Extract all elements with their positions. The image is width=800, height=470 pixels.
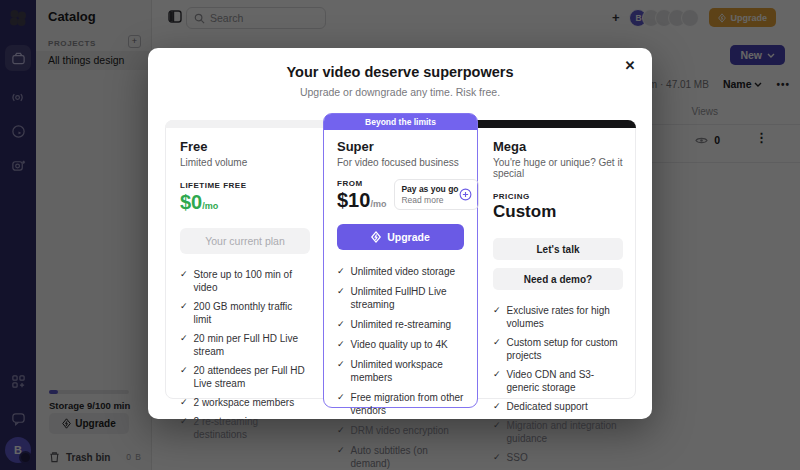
modal-title: Your video deserve superpowers: [148, 64, 652, 80]
upgrade-bolt-icon: [371, 231, 381, 243]
plan-tagline: Limited volume: [180, 157, 310, 168]
feature-item: ✓Custom setup for custom projects: [493, 336, 623, 362]
plan-price: $0/mo: [180, 191, 310, 214]
price-period: /mo: [370, 199, 386, 209]
price-value: $0: [180, 191, 202, 213]
feature-text: Exclusive rates for high volumes: [507, 304, 623, 330]
feature-item: ✓Unlimited re-streaming: [337, 318, 464, 331]
app-window: B Catalog PROJECTS + All things design S…: [0, 0, 800, 470]
feature-item: ✓20 min per Full HD Live stream: [180, 332, 310, 358]
feature-text: Auto subtitles (on demand): [351, 444, 464, 470]
check-icon: ✓: [180, 332, 188, 358]
feature-item: ✓Video CDN and S3-generic storage: [493, 368, 623, 394]
feature-text: Store up to 100 min of video: [194, 268, 310, 294]
check-icon: ✓: [180, 364, 188, 390]
feature-item: ✓Video quality up to 4K: [337, 338, 464, 351]
feature-item: ✓2 re-streaming destinations: [180, 415, 310, 441]
feature-text: Unlimited video storage: [351, 265, 456, 278]
feature-text: SSO: [507, 451, 528, 464]
feature-text: Free migration from other vendors: [351, 391, 464, 417]
payg-title: Pay as you go: [401, 184, 458, 194]
check-icon: ✓: [493, 400, 501, 413]
plan-card-free: Free Limited volume LIFETIME FREE $0/mo …: [166, 129, 324, 398]
plan-card-mega: Mega You're huge or unique? Get it speci…: [479, 129, 637, 398]
feature-item: ✓2 workspace members: [180, 396, 310, 409]
price-period: /mo: [202, 201, 218, 211]
current-plan-button[interactable]: Your current plan: [180, 228, 310, 254]
check-icon: ✓: [337, 424, 345, 437]
check-icon: ✓: [337, 265, 345, 278]
feature-text: Dedicated support: [507, 400, 588, 413]
price-label: FROM: [337, 179, 386, 188]
feature-text: DRM video encryption: [351, 424, 449, 437]
price-label: PRICING: [493, 192, 623, 201]
feature-item: ✓Unlimited video storage: [337, 265, 464, 278]
check-icon: ✓: [337, 338, 345, 351]
super-upgrade-label: Upgrade: [387, 231, 430, 243]
plan-name: Mega: [493, 139, 623, 154]
feature-list-free: ✓Store up to 100 min of video✓200 GB mon…: [180, 268, 310, 441]
check-icon: ✓: [180, 415, 188, 441]
plan-name: Super: [337, 139, 464, 154]
feature-text: Custom setup for custom projects: [507, 336, 623, 362]
plan-tagline: For video focused business: [337, 157, 464, 168]
mega-plan-strip: [477, 120, 636, 128]
lets-talk-button[interactable]: Let's talk: [493, 238, 623, 260]
feature-item: ✓SSO: [493, 451, 623, 464]
plan-name: Free: [180, 139, 310, 154]
feature-text: 200 GB monthly traffic limit: [194, 300, 310, 326]
circle-plus-icon[interactable]: [459, 188, 472, 201]
plan-card-super: Beyond the limits Super For video focuse…: [323, 113, 478, 408]
pay-as-you-go-box[interactable]: Pay as you go Read more: [394, 179, 478, 210]
plan-price: $10/mo: [337, 189, 386, 212]
free-plan-strip: [165, 120, 324, 128]
super-banner: Beyond the limits: [324, 114, 477, 130]
feature-item: ✓20 attendees per Full HD Live stream: [180, 364, 310, 390]
feature-item: ✓Free migration from other vendors: [337, 391, 464, 417]
modal-subtitle: Upgrade or downgrade any time. Risk free…: [148, 86, 652, 98]
feature-text: Migration and integration guidance: [507, 419, 623, 445]
feature-list-super: ✓Unlimited video storage✓Unlimited FullH…: [337, 265, 464, 470]
feature-text: Unlimited workspace members: [351, 358, 464, 384]
need-demo-button[interactable]: Need a demo?: [493, 268, 623, 290]
feature-item: ✓Exclusive rates for high volumes: [493, 304, 623, 330]
feature-text: 2 workspace members: [194, 396, 295, 409]
feature-item: ✓Unlimited workspace members: [337, 358, 464, 384]
feature-item: ✓Dedicated support: [493, 400, 623, 413]
super-upgrade-button[interactable]: Upgrade: [337, 224, 464, 250]
price-label: LIFETIME FREE: [180, 181, 310, 190]
check-icon: ✓: [493, 451, 501, 464]
feature-item: ✓200 GB monthly traffic limit: [180, 300, 310, 326]
payg-read-more-link[interactable]: Read more: [401, 195, 458, 205]
feature-item: ✓Migration and integration guidance: [493, 419, 623, 445]
check-icon: ✓: [180, 268, 188, 294]
feature-item: ✓Auto subtitles (on demand): [337, 444, 464, 470]
check-icon: ✓: [493, 368, 501, 394]
feature-item: ✓DRM video encryption: [337, 424, 464, 437]
check-icon: ✓: [337, 444, 345, 470]
check-icon: ✓: [180, 300, 188, 326]
plan-tagline: You're huge or unique? Get it special: [493, 157, 623, 179]
plan-price: Custom: [493, 202, 623, 222]
check-icon: ✓: [337, 358, 345, 384]
feature-item: ✓Store up to 100 min of video: [180, 268, 310, 294]
feature-text: 20 attendees per Full HD Live stream: [194, 364, 310, 390]
pricing-modal: ✕ Your video deserve superpowers Upgrade…: [148, 48, 652, 419]
check-icon: ✓: [337, 391, 345, 417]
super-price-block: FROM $10/mo: [337, 179, 386, 212]
feature-text: Unlimited re-streaming: [351, 318, 452, 331]
check-icon: ✓: [180, 396, 188, 409]
check-icon: ✓: [337, 318, 345, 331]
check-icon: ✓: [337, 285, 345, 311]
feature-text: Video quality up to 4K: [351, 338, 448, 351]
price-value: $10: [337, 189, 370, 211]
feature-text: 20 min per Full HD Live stream: [194, 332, 310, 358]
check-icon: ✓: [493, 304, 501, 330]
check-icon: ✓: [493, 336, 501, 362]
feature-list-mega: ✓Exclusive rates for high volumes✓Custom…: [493, 304, 623, 470]
feature-text: 2 re-streaming destinations: [194, 415, 310, 441]
feature-text: Unlimited FullHD Live streaming: [351, 285, 464, 311]
feature-item: ✓Unlimited FullHD Live streaming: [337, 285, 464, 311]
feature-text: Video CDN and S3-generic storage: [507, 368, 623, 394]
check-icon: ✓: [493, 419, 501, 445]
